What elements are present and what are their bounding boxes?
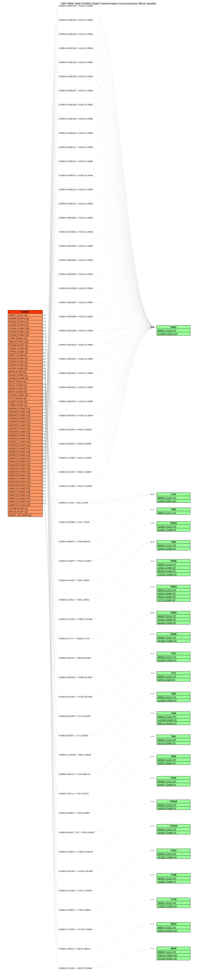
cardinality-src: 0..N [43, 405, 46, 407]
entity-field: MANDT [CLNT (3)] [157, 563, 190, 566]
komkh-field: SPDNR [CHAR (10)] [8, 334, 43, 337]
entity-header: LFA1 [157, 493, 190, 496]
edge-label: KOMKH-BZIRK = T171-BZIRK [59, 734, 88, 737]
cardinality-src: 0..N [43, 358, 46, 360]
cardinality-dst: 0..N [151, 923, 154, 925]
edge-label: KOMKH-HIEBO05 = KNA1-KUNNR [59, 61, 93, 64]
cardinality-src: 0..N [43, 408, 46, 410]
entity-field: CITYC [CHAR (4)] [157, 598, 190, 601]
cardinality-src: 0..N [43, 427, 46, 429]
entity-header: VBUP [157, 947, 190, 950]
entity-field: VKORG [CHAR (4)] [157, 856, 190, 859]
cardinality-dst: 0..N [151, 585, 154, 588]
komkh-field: HIEBO14 [CHAR (10)] [8, 500, 43, 504]
komkh-field: VKBUR [CHAR (4)] [8, 360, 43, 364]
cardinality-dst: 0..N [151, 800, 154, 802]
komkh-field: HIENR11 [CHAR (10)] [8, 440, 43, 444]
entity-header: T300 [157, 692, 190, 695]
cardinality-src: 0..N [43, 446, 46, 448]
cardinality-src: 0..N [43, 436, 46, 439]
edge-label: KOMKH-KNDNR = KNA1-KUNNR [59, 428, 92, 431]
entity-tvko: TVKOMANDT [CLNT (3)]VKORG [CHAR (4)] [157, 849, 190, 859]
komkh-field: BWLVS [NUMC (3)] [8, 510, 43, 514]
komkh-field: KNRZE [CHAR (10)] [8, 320, 43, 324]
entity-field: LAND1 [CHAR (3)] [157, 547, 190, 550]
komkh-field: HIENR03 [CHAR (10)] [8, 414, 43, 417]
entity-kna1: KNA1MANDT [CLNT (3)]KUNNR [CHAR (10)] [157, 325, 190, 336]
entity-vbuk: VBUKMANDT [CLNT (3)]VBELN [CHAR (10)] [157, 922, 190, 932]
entity-t024e: T024EMANDT [CLNT (3)]EKORG [CHAR (4)] [157, 632, 190, 643]
edge-label: KOMKH-LGNUM = T300-LGNUM [59, 754, 91, 756]
entity-field: MANDT [CLNT (3)] [157, 636, 190, 639]
entity-tvsb: TVSBMANDT [CLNT (3)]VSBED [CHAR (2)] [157, 873, 190, 883]
cardinality-src: 0..N [43, 377, 46, 379]
entity-t151: T151MANDT [CLNT (3)]KDGRP [CHAR (2)] [157, 652, 190, 662]
cardinality-src: 0..N [43, 320, 46, 323]
komkh-field: HIEBO11 [CHAR (10)] [8, 490, 43, 493]
edge-label: KOMKH-KDGRP = T151-KDGRP [59, 715, 91, 718]
cardinality-dst: 0..N [151, 508, 154, 511]
cardinality-dst: 0..N [151, 899, 154, 900]
cardinality-dst: 0..N [151, 541, 154, 543]
entity-field: REGIO [CHAR (3)] [157, 595, 190, 598]
entity-field: AUART [CHAR (4)] [157, 528, 190, 531]
cardinality-src: 0..N [43, 449, 46, 451]
edge-label: KOMKH-HIENR14 = KNA1-KUNNR [59, 400, 93, 402]
komkh-field: HIEBO01 [CHAR (10)] [8, 457, 43, 460]
entity-header: T005 [157, 540, 190, 544]
entity-header: T024E [157, 633, 190, 636]
cardinality-dst: 0..N [151, 493, 154, 495]
entity-field: VKGRP [CHAR (3)] [157, 831, 190, 834]
cardinality-src: 0..N [43, 443, 46, 445]
cardinality-src: 0..N [43, 402, 46, 404]
cardinality-src: 0..N [43, 418, 46, 420]
entity-field: LAND1 [CHAR (3)] [157, 566, 190, 570]
cardinality-src: 0..N [43, 433, 46, 435]
entity-t005: T005MANDT [CLNT (3)]LAND1 [CHAR (3)] [157, 540, 190, 550]
entity-header: VBUK [157, 923, 190, 926]
cardinality-dst: 0..N [151, 874, 154, 876]
entity-field: KUNNR [CHAR (10)] [157, 332, 190, 336]
entity-field: VBELN [CHAR (10)] [157, 953, 190, 957]
edge-label: KOMKH-AUART = T003O-AUART [59, 560, 92, 562]
cardinality-src: 0..N [43, 471, 46, 473]
entity-field: COUNC [CHAR (3)] [157, 573, 190, 576]
cardinality-src: 0..N [43, 314, 46, 316]
cardinality-src: 0..N [43, 480, 46, 482]
komkh-field: HIENR12 [CHAR (10)] [8, 444, 43, 447]
cardinality-dst: 0..N [151, 712, 154, 714]
komkh-field: VKORG [CHAR (4)] [8, 347, 43, 350]
edge-label: KOMKH-HIENR03 = KNA1-KUNNR [59, 245, 93, 247]
cardinality-src: 0..N [43, 458, 46, 460]
entity-field: VKBUR [CHAR (4)] [157, 807, 190, 810]
cardinality-src: 0..N [43, 371, 46, 372]
edge-label: KOMKH-KNRZE = KNA1-KUNNR [59, 442, 91, 445]
cardinality-src: 0..N [43, 339, 46, 341]
cardinality-src: 0..N [43, 374, 46, 376]
edge-label: KOMKH-EKORG = T024E-EKORG [59, 695, 92, 698]
entity-field: MANDT [CLNT (3)] [157, 695, 190, 699]
komkh-field: INCO1 [CHAR (3)] [8, 380, 43, 383]
entity-tvbur: TVBURMANDT [CLNT (3)]VKBUR [CHAR (4)] [157, 800, 190, 810]
komkh-field: BZIRK [CHAR (6)] [8, 370, 43, 374]
komkh-field: AUART_SD [CHAR (4)] [8, 514, 43, 517]
cardinality-src: 0..N [43, 490, 46, 492]
edge-label: KOMKH-VBELN = VBUK-VBELN [59, 948, 90, 950]
cardinality-src: 0..N [43, 386, 46, 388]
edge-label: KOMKH-COUNC = T005E-COUNC [59, 618, 93, 620]
cardinality-src: 0..N [43, 474, 46, 476]
cardinality-src: 0..N [43, 393, 46, 395]
cardinality-src: 0..N [43, 317, 46, 319]
komkh-field: HIEBO12 [CHAR (10)] [8, 493, 43, 497]
komkh-field: HIENR04 [CHAR (10)] [8, 417, 43, 420]
cardinality-src: 0..N [43, 396, 46, 398]
komkh-field: HIEBO08 [CHAR (10)] [8, 480, 43, 484]
entity-komkh: KOMKH MANDT [CLNT (3)]KNDNR [CHAR (10)]K… [8, 310, 43, 517]
edge-label: KOMKH-VSBED = TVSB-VSBED [59, 909, 91, 911]
edge-label: KOMKH-HIEBO01 = KNA1-KUNNR [59, 5, 93, 7]
edge-label: KOMKH-HIENR06 = KNA1-KUNNR [59, 287, 93, 290]
komkh-field: VKGRP [CHAR (3)] [8, 364, 43, 367]
komkh-field: CITYC [CHAR (4)] [8, 397, 43, 400]
komkh-field: COUNC [CHAR (3)] [8, 394, 43, 397]
entity-tvak: TVAKMANDT [CLNT (3)]AUART [CHAR (4)] [157, 776, 190, 786]
